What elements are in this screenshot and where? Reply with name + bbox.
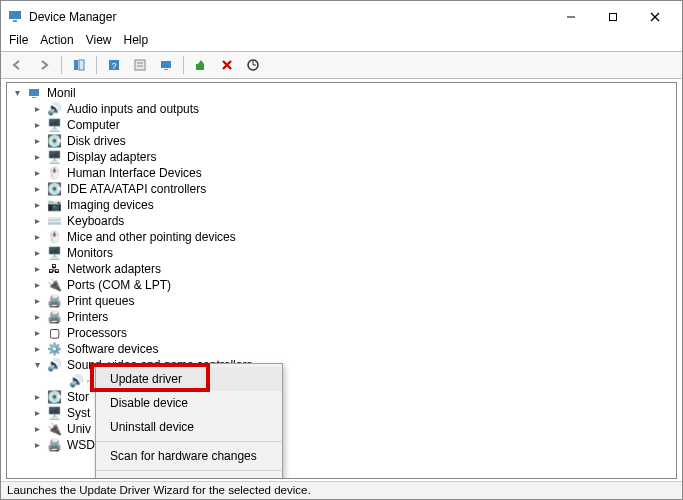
svg-rect-15 [196, 64, 204, 70]
tree-item-label: Software devices [65, 341, 160, 357]
tree-item[interactable]: ▸🖱️Human Interface Devices [11, 165, 672, 181]
scan-button[interactable] [242, 54, 264, 76]
tree-item[interactable]: ▸⚙️Software devices [11, 341, 672, 357]
svg-rect-10 [135, 60, 145, 70]
maximize-button[interactable] [592, 5, 634, 29]
tree-item-label: Computer [65, 117, 122, 133]
tree-item-label: Keyboards [65, 213, 126, 229]
expand-arrow-icon[interactable]: ▸ [31, 133, 43, 149]
close-button[interactable] [634, 5, 676, 29]
tree-item[interactable]: ▸🖱️Mice and other pointing devices [11, 229, 672, 245]
sound-device-icon: 🔊 [68, 373, 84, 389]
context-scan-hardware[interactable]: Scan for hardware changes [96, 444, 282, 468]
expand-arrow-icon[interactable]: ▸ [31, 181, 43, 197]
tree-item[interactable]: ▸🖥️Computer [11, 117, 672, 133]
tree-item[interactable]: ▸🔊Audio inputs and outputs [11, 101, 672, 117]
disable-device-button[interactable] [216, 54, 238, 76]
forward-button[interactable] [33, 54, 55, 76]
expand-arrow-icon[interactable]: ▸ [31, 325, 43, 341]
tree-item-label: Processors [65, 325, 129, 341]
expand-arrow-icon[interactable]: ▸ [31, 421, 43, 437]
tree-item[interactable]: ▸🖨️Print queues [11, 293, 672, 309]
help-button[interactable]: ? [103, 54, 125, 76]
collapse-arrow-icon[interactable]: ▾ [31, 357, 43, 373]
tree-item-label: Print queues [65, 293, 136, 309]
device-category-icon: 🖥️ [46, 405, 62, 421]
context-update-driver[interactable]: Update driver [96, 367, 282, 391]
toolbar-separator [96, 56, 97, 74]
tree-item[interactable]: ▸🖧Network adapters [11, 261, 672, 277]
tree-item-label: Mice and other pointing devices [65, 229, 238, 245]
expand-arrow-icon[interactable]: ▸ [31, 165, 43, 181]
expand-arrow-icon[interactable]: ▸ [31, 117, 43, 133]
tree-item-label: IDE ATA/ATAPI controllers [65, 181, 208, 197]
menu-view[interactable]: View [86, 33, 112, 47]
context-uninstall-device[interactable]: Uninstall device [96, 415, 282, 439]
tree-item[interactable]: ▸💽IDE ATA/ATAPI controllers [11, 181, 672, 197]
svg-text:?: ? [111, 61, 116, 71]
update-driver-button[interactable] [190, 54, 212, 76]
device-category-icon: 🔊 [46, 357, 62, 373]
device-category-icon: 🖨️ [46, 309, 62, 325]
status-text: Launches the Update Driver Wizard for th… [7, 484, 311, 496]
device-category-icon: 🖱️ [46, 165, 62, 181]
device-category-icon: 💽 [46, 133, 62, 149]
device-category-icon: 🖧 [46, 261, 62, 277]
properties-button[interactable] [129, 54, 151, 76]
expand-arrow-icon[interactable]: ▸ [31, 149, 43, 165]
device-category-icon: 🔊 [46, 101, 62, 117]
minimize-button[interactable] [550, 5, 592, 29]
tree-item[interactable]: ▸🖥️Display adapters [11, 149, 672, 165]
tree-item[interactable]: ▸📷Imaging devices [11, 197, 672, 213]
expand-arrow-icon[interactable]: ▸ [31, 261, 43, 277]
show-hide-tree-button[interactable] [68, 54, 90, 76]
expand-arrow-icon[interactable]: ▸ [31, 197, 43, 213]
menu-file[interactable]: File [9, 33, 28, 47]
monitor-icon[interactable] [155, 54, 177, 76]
expand-arrow-icon[interactable]: ▸ [31, 309, 43, 325]
toolbar-separator [61, 56, 62, 74]
tree-item-label: Human Interface Devices [65, 165, 204, 181]
expand-arrow-icon[interactable]: ▸ [31, 229, 43, 245]
tree-view[interactable]: ▾ Monil ▸🔊Audio inputs and outputs▸🖥️Com… [6, 82, 677, 479]
window-controls [550, 5, 676, 29]
tree-item[interactable]: ▸🔌Ports (COM & LPT) [11, 277, 672, 293]
expand-arrow-icon[interactable]: ▸ [31, 405, 43, 421]
tree-item-label: Ports (COM & LPT) [65, 277, 173, 293]
tree-item[interactable]: ▸⌨️Keyboards [11, 213, 672, 229]
tree-item[interactable]: ▸▢Processors [11, 325, 672, 341]
tree-item-label: Audio inputs and outputs [65, 101, 201, 117]
tree-item-label: WSD [65, 437, 97, 453]
menu-help[interactable]: Help [124, 33, 149, 47]
device-category-icon: ⌨️ [46, 213, 62, 229]
device-category-icon: ▢ [46, 325, 62, 341]
context-properties[interactable]: Properties [96, 473, 282, 479]
tree-item[interactable]: ▸💽Disk drives [11, 133, 672, 149]
device-category-icon: 💽 [46, 389, 62, 405]
tree-item[interactable]: ▸🖨️Printers [11, 309, 672, 325]
device-category-icon: 🖥️ [46, 245, 62, 261]
back-button[interactable] [7, 54, 29, 76]
menu-bar: File Action View Help [1, 31, 682, 51]
expand-arrow-icon[interactable]: ▸ [31, 341, 43, 357]
tree-item-label: Stor [65, 389, 91, 405]
tree-root[interactable]: ▾ Monil [11, 85, 672, 101]
menu-action[interactable]: Action [40, 33, 73, 47]
device-category-icon: 🖥️ [46, 117, 62, 133]
svg-rect-3 [610, 14, 617, 21]
tree-item-label: Syst [65, 405, 92, 421]
expand-arrow-icon[interactable]: ▸ [31, 437, 43, 453]
expand-arrow-icon[interactable]: ▸ [31, 293, 43, 309]
expand-arrow-icon[interactable]: ▸ [31, 213, 43, 229]
window-title: Device Manager [29, 10, 550, 24]
device-category-icon: ⚙️ [46, 341, 62, 357]
device-category-icon: 🖨️ [46, 437, 62, 453]
expand-arrow-icon[interactable]: ▸ [31, 101, 43, 117]
expand-arrow-icon[interactable]: ▸ [31, 245, 43, 261]
expand-arrow-icon[interactable]: ▸ [31, 277, 43, 293]
expand-arrow-icon[interactable]: ▾ [11, 85, 23, 101]
context-disable-device[interactable]: Disable device [96, 391, 282, 415]
expand-arrow-icon[interactable]: ▸ [31, 389, 43, 405]
title-bar: Device Manager [1, 1, 682, 31]
tree-item[interactable]: ▸🖥️Monitors [11, 245, 672, 261]
